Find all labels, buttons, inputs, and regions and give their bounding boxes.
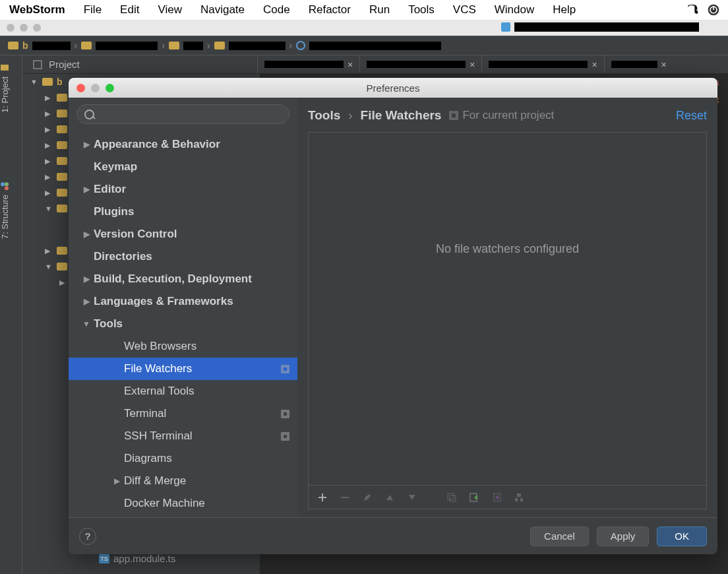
dialog-footer: ? Cancel Apply OK: [69, 517, 717, 554]
disclosure-arrow-icon: ▼: [79, 319, 94, 329]
prefs-tree-item-plugins[interactable]: Plugins: [69, 201, 297, 223]
per-project-icon: [449, 111, 458, 120]
menu-vcs[interactable]: VCS: [453, 3, 476, 16]
svg-point-6: [5, 186, 9, 190]
prefs-tree-item-external-tools[interactable]: External Tools: [69, 380, 297, 402]
prefs-tree-item-diagrams[interactable]: Diagrams: [69, 447, 297, 470]
prefs-tree-item-editor[interactable]: ▶Editor: [69, 178, 297, 201]
svg-rect-17: [448, 494, 454, 499]
main-window-titlebar: [0, 20, 728, 36]
preferences-sidebar: ▶Appearance & BehaviorKeymap▶EditorPlugi…: [69, 98, 297, 517]
project-tool-icon: [33, 60, 42, 69]
search-input[interactable]: [76, 104, 289, 124]
menu-tools[interactable]: Tools: [408, 3, 435, 16]
reset-link[interactable]: Reset: [676, 109, 707, 123]
svg-rect-5: [1, 65, 9, 71]
structure-icon: [1, 181, 10, 191]
prefs-tree-item-tools[interactable]: ▼Tools: [69, 313, 297, 335]
tree-item-label: External Tools: [124, 385, 194, 398]
prefs-tree-item-file-watchers[interactable]: File Watchers: [69, 358, 297, 380]
redacted-title: [514, 22, 699, 32]
apply-button[interactable]: Apply: [597, 526, 650, 546]
menu-run[interactable]: Run: [369, 3, 390, 16]
prefs-tree-item-directories[interactable]: Directories: [69, 245, 297, 268]
menu-help[interactable]: Help: [553, 3, 576, 16]
prefs-tree-item-docker-machine[interactable]: Docker Machine: [69, 492, 297, 515]
export-button[interactable]: [489, 490, 504, 505]
move-down-button[interactable]: [405, 490, 419, 505]
power-tray-icon[interactable]: [707, 3, 720, 16]
prefs-tree-item-version-control[interactable]: ▶Version Control: [69, 223, 297, 245]
tree-item-label: Directories: [94, 250, 152, 263]
prefs-tree-item-terminal[interactable]: Terminal: [69, 402, 297, 425]
prefs-tree-item-diff-merge[interactable]: ▶Diff & Merge: [69, 470, 297, 492]
prefs-tree-item-web-browsers[interactable]: Web Browsers: [69, 335, 297, 358]
tree-item-label: Docker Machine: [124, 497, 205, 510]
preferences-tree[interactable]: ▶Appearance & BehaviorKeymap▶EditorPlugi…: [69, 131, 297, 517]
prefs-tree-item-appearance-behavior[interactable]: ▶Appearance & Behavior: [69, 133, 297, 156]
prefs-tree-item-ssh-terminal[interactable]: SSH Terminal: [69, 425, 297, 447]
copy-button[interactable]: [444, 490, 459, 505]
add-button[interactable]: [315, 490, 330, 505]
prefs-tree-item-build-execution-deployment[interactable]: ▶Build, Execution, Deployment: [69, 268, 297, 290]
menu-file[interactable]: File: [84, 3, 102, 16]
disclosure-arrow-icon: ▶: [109, 476, 124, 486]
tree-item-label: Diff & Merge: [124, 474, 186, 488]
prefs-tree-item-keymap[interactable]: Keymap: [69, 156, 297, 178]
tree-item-label: Build, Execution, Deployment: [94, 272, 252, 286]
import-button[interactable]: [467, 490, 481, 505]
disclosure-arrow-icon: ▶: [79, 274, 94, 284]
tool-tab-structure[interactable]: 7: Structure: [0, 174, 10, 247]
disclosure-arrow-icon: ▶: [79, 185, 94, 194]
typescript-icon: TS: [99, 554, 109, 563]
edit-button[interactable]: [360, 490, 375, 505]
tree-item-label: Plugins: [94, 205, 134, 218]
prefs-tree-item-languages-frameworks[interactable]: ▶Languages & Frameworks: [69, 290, 297, 313]
svg-rect-2: [713, 6, 714, 10]
menu-edit[interactable]: Edit: [120, 3, 139, 16]
scope-label: For current project: [462, 109, 554, 122]
project-tool-label[interactable]: Project: [49, 59, 80, 70]
evernote-tray-icon[interactable]: [686, 3, 699, 16]
dialog-title: Preferences: [69, 82, 717, 94]
svg-rect-22: [515, 498, 518, 501]
ok-button[interactable]: OK: [657, 526, 707, 546]
file-icon: [296, 41, 305, 50]
per-project-icon: [281, 365, 289, 373]
editor-tab[interactable]: ×: [359, 55, 481, 73]
folder-icon: [8, 42, 18, 49]
macos-menubar: WebStorm File Edit View Navigate Code Re…: [0, 0, 728, 20]
tree-item-label: Tools: [94, 317, 123, 331]
tree-file[interactable]: TS app.module.ts: [99, 553, 175, 564]
editor-tab[interactable]: ×: [481, 55, 603, 73]
preferences-dialog: Preferences ▶Appearance & BehaviorKeymap…: [69, 78, 717, 554]
svg-rect-4: [34, 61, 42, 69]
breadcrumb: Tools › File Watchers For current projec…: [308, 108, 707, 123]
svg-point-7: [1, 182, 5, 186]
svg-rect-18: [450, 495, 456, 501]
remove-button[interactable]: [338, 490, 352, 505]
menu-refactor[interactable]: Refactor: [309, 3, 351, 16]
menu-view[interactable]: View: [158, 3, 182, 16]
tree-item-label: Languages & Frameworks: [94, 295, 233, 308]
svg-point-8: [5, 182, 9, 186]
tree-item-label: Web Browsers: [124, 340, 197, 353]
tree-item-label: File Watchers: [124, 362, 192, 375]
per-project-icon: [281, 432, 289, 441]
tool-tab-project[interactable]: 1: Project: [0, 55, 10, 121]
breadcrumb-tools[interactable]: Tools: [308, 108, 340, 123]
dialog-titlebar: Preferences: [69, 78, 717, 98]
move-up-button[interactable]: [382, 490, 397, 505]
level-button[interactable]: [512, 490, 526, 505]
menu-navigate[interactable]: Navigate: [200, 3, 245, 16]
breadcrumb-root[interactable]: b: [22, 40, 28, 51]
tree-item-label: Terminal: [124, 407, 166, 420]
breadcrumb-file-watchers: File Watchers: [361, 108, 442, 123]
menu-window[interactable]: Window: [495, 3, 534, 16]
editor-tab[interactable]: ×: [257, 55, 359, 73]
menu-code[interactable]: Code: [263, 3, 290, 16]
editor-tab[interactable]: ×: [604, 55, 673, 73]
help-button[interactable]: ?: [79, 528, 96, 545]
tree-item-label: Version Control: [94, 228, 177, 241]
cancel-button[interactable]: Cancel: [530, 526, 589, 546]
